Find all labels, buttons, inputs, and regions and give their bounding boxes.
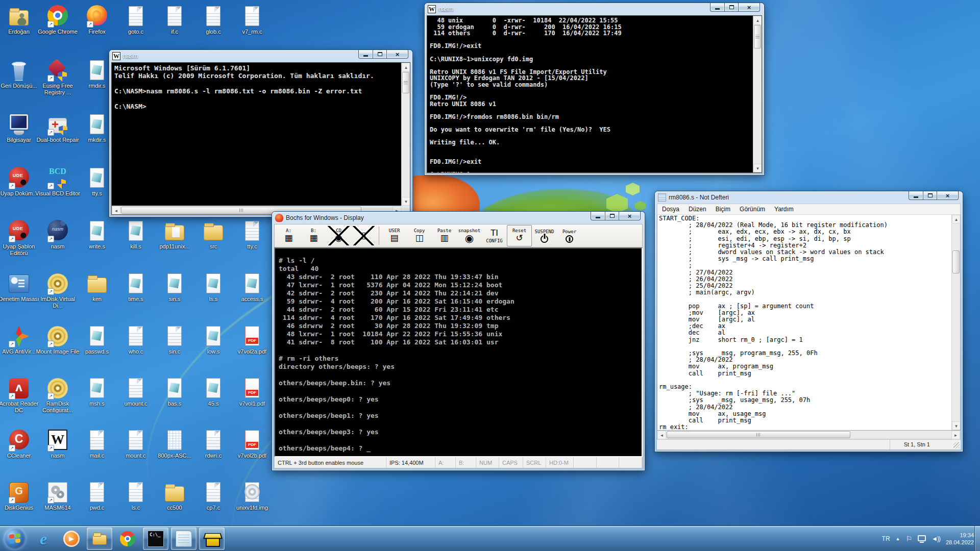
notepad-icon [176,531,192,547]
close-button[interactable]: × [619,212,641,220]
titlebar[interactable]: rm8086.s - Not Defteri × [657,191,961,204]
action-center-flag-icon[interactable]: ⚐ [906,535,913,543]
minimize-button[interactable] [909,191,923,200]
close-button[interactable]: × [387,50,408,59]
shortcut-arrow-icon: ↗ [47,393,54,399]
desktop-icon[interactable]: v7vol1.pdf [229,377,275,407]
cdrom-toolbar-button[interactable]: CD◉ [326,225,351,246]
scroll-up-icon[interactable]: ▲ [952,215,961,223]
network-icon[interactable] [918,535,926,541]
toolbar-button-label: Reset [512,228,526,233]
minimize-button[interactable] [591,212,605,220]
maximize-button[interactable] [373,50,387,59]
menu-item-biçim[interactable]: Biçim [711,206,735,213]
menu-item-görünüm[interactable]: Görünüm [735,206,770,213]
folder-multi-icon [163,220,186,242]
scroll-up-icon[interactable]: ▲ [753,16,762,24]
show-desktop-button[interactable] [974,526,980,551]
power-toolbar-button[interactable]: Power [557,225,582,246]
clock[interactable]: 19:34 28.04.2022 [946,532,974,546]
maximize-button[interactable] [923,191,937,200]
desktop-icon[interactable]: unixv1fd.img [229,481,275,511]
config-toolbar-button[interactable]: TICONFIG [482,225,507,246]
minimize-button[interactable] [710,3,725,12]
user-toolbar-button[interactable]: USER▤ [382,225,407,246]
notepad-edit-area[interactable]: START_CODE: ; 28/04/2022 (Real Mode, 16 … [657,215,961,431]
desktop-icon-label: v7vol1.pdf [229,400,275,407]
scrollbar-thumb[interactable] [667,431,850,438]
cursor-position: St 1, Stn 1 [904,441,930,447]
caption-buttons: × [591,212,641,220]
maximize-button[interactable] [725,3,739,12]
toolbar-button-label: A: [286,228,291,233]
taskbar-buttons: e [31,528,225,550]
scrollbar-thumb[interactable] [952,251,960,273]
nasm-w-icon: ↗ [46,429,69,452]
folder-icon [202,220,225,242]
volume-icon[interactable]: ◄)) [932,535,940,542]
taskbar-button-notepad[interactable] [171,528,197,550]
start-button[interactable] [4,528,26,549]
taskbar-button-chrome[interactable] [115,528,140,550]
minimize-button[interactable] [358,50,373,59]
scroll-left-icon[interactable]: ◄ [657,431,666,439]
vertical-scrollbar[interactable]: ▲ ▼ [401,63,410,206]
bochs-display: # ls -l / total 40 43 sdrwr- 2 root 110 … [274,247,643,457]
cdrom-icon: ◉ [335,233,342,243]
shortcut-arrow-icon: ↗ [47,75,54,82]
menu-item-dosya[interactable]: Dosya [657,206,684,213]
taskbar-button-explorer[interactable] [87,528,112,550]
suspend-toolbar-button[interactable]: SUSPEND [532,225,557,246]
desktop-icon[interactable]: v7vol2b.pdf [229,429,275,459]
floppy-a-toolbar-button[interactable]: A:▦ [276,225,301,246]
bcd-icon: ↗ [46,167,69,189]
close-button[interactable]: × [937,191,959,200]
snapshot-toolbar-button[interactable]: snapshot◉ [457,225,482,246]
window-title: rm8086.s - Not Defteri [669,194,729,201]
language-indicator[interactable]: TR [882,535,890,542]
doc-icon [124,377,148,399]
desktop-icon[interactable]: v7_rm.c [229,5,275,35]
floppy-b-toolbar-button[interactable]: B:▦ [301,225,326,246]
scroll-down-icon[interactable]: ▼ [952,421,961,430]
scroll-down-icon[interactable]: ▼ [402,197,410,206]
taskbar-button-internet-explorer[interactable]: e [31,528,56,550]
computer-icon [7,113,31,136]
vertical-scrollbar[interactable]: ▲ ▼ [951,215,960,430]
maximize-button[interactable] [605,212,619,220]
menu-item-yardım[interactable]: Yardım [770,206,798,213]
notepad-text[interactable]: START_CODE: ; 28/04/2022 (Real Mode, 16 … [657,215,960,431]
titlebar[interactable]: W nasm × [427,3,762,15]
desktop-icon[interactable]: v7vol2a.pdf [229,325,275,355]
taskbar-button-command-prompt[interactable] [143,528,168,550]
reset-toolbar-button[interactable]: Reset↺ [507,225,532,246]
ude-icon: ↗ [7,220,31,242]
close-button[interactable]: × [739,3,760,12]
taskbar-button-bochs[interactable] [199,528,225,550]
bochs-status-segment: IPS: 14,400M [386,457,435,468]
scroll-right-icon[interactable]: ► [951,431,960,439]
show-hidden-icons-chevron[interactable]: ▲ [896,536,900,541]
scrollbar-thumb[interactable] [402,72,409,93]
scroll-down-icon[interactable]: ▼ [753,164,762,172]
mouse-toolbar-button[interactable]: ▯ [351,225,376,246]
scrollbar-thumb[interactable] [754,25,761,48]
resize-grip[interactable] [953,442,960,448]
shortcut-arrow-icon: ↗ [9,445,15,452]
bochs-status-segment [574,457,597,468]
desktop-icon[interactable]: tty.c [229,220,275,250]
taskbar-button-media-player[interactable] [59,528,84,550]
scroll-up-icon[interactable]: ▲ [402,63,410,71]
desktop-icon[interactable]: access.s [229,272,275,303]
copy-toolbar-button[interactable]: Copy◫ [407,225,432,246]
scroll-left-icon[interactable]: ◄ [112,206,120,215]
ccleaner-icon: ↗ [7,429,31,452]
vertical-scrollbar[interactable]: ▲ ▼ [753,16,762,172]
titlebar[interactable]: W nasm × [111,50,410,62]
horizontal-scrollbar[interactable]: ◄ ► [657,431,961,439]
paste-toolbar-button[interactable]: Paste▥ [432,225,457,246]
titlebar[interactable]: Bochs for Windows - Display × [274,212,643,224]
masm-icon: ↗ [46,481,69,504]
toolbar-button-label: CD [336,228,341,233]
menu-item-düzen[interactable]: Düzen [684,206,711,213]
